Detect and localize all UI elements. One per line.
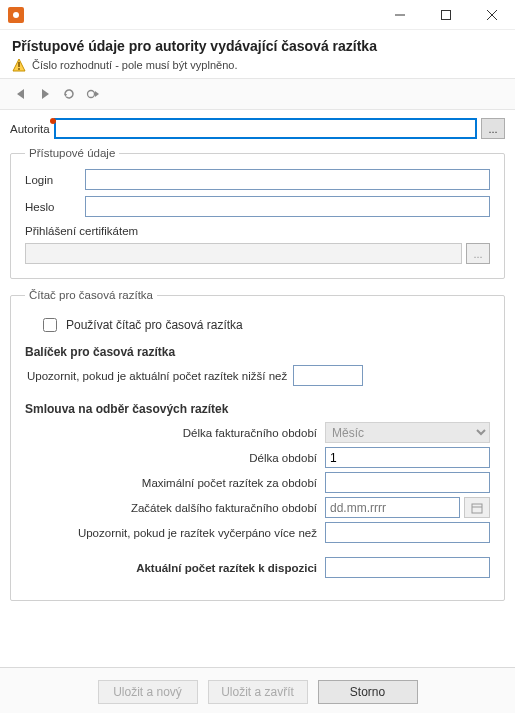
svg-marker-8 bbox=[42, 89, 49, 99]
login-label: Login bbox=[25, 174, 85, 186]
app-icon bbox=[8, 7, 24, 23]
forward-button[interactable] bbox=[34, 83, 56, 105]
password-input[interactable] bbox=[85, 196, 490, 217]
period-length-input[interactable] bbox=[325, 447, 490, 468]
dialog-title: Přístupové údaje pro autority vydávající… bbox=[12, 38, 503, 54]
warning-text: Číslo rozhodnutí - pole musí být vyplněn… bbox=[32, 59, 237, 71]
save-and-close-button[interactable]: Uložit a zavřít bbox=[208, 680, 308, 704]
notify-exhausted-input[interactable] bbox=[325, 522, 490, 543]
cancel-button[interactable]: Storno bbox=[318, 680, 418, 704]
access-credentials-group: Přístupové údaje Login Heslo Přihlášení … bbox=[10, 147, 505, 279]
next-billing-start-input[interactable] bbox=[325, 497, 460, 518]
notify-low-input[interactable] bbox=[293, 365, 363, 386]
current-available-input[interactable] bbox=[325, 557, 490, 578]
period-length-label: Délka období bbox=[27, 452, 317, 464]
minimize-button[interactable] bbox=[377, 0, 423, 30]
refresh-button[interactable] bbox=[58, 83, 80, 105]
billing-period-length-select[interactable]: Měsíc bbox=[325, 422, 490, 443]
use-counter-label: Používat čítač pro časová razítka bbox=[66, 318, 243, 332]
use-counter-checkbox[interactable] bbox=[43, 318, 57, 332]
stamp-counter-group: Čítač pro časová razítka Používat čítač … bbox=[10, 289, 505, 601]
dialog-footer: Uložit a nový Uložit a zavřít Storno bbox=[0, 667, 515, 713]
stamp-counter-legend: Čítač pro časová razítka bbox=[25, 289, 157, 301]
calendar-button[interactable] bbox=[464, 497, 490, 518]
certificate-input[interactable] bbox=[25, 243, 462, 264]
max-stamps-label: Maximální počet razítek za období bbox=[27, 477, 317, 489]
commit-button[interactable] bbox=[82, 83, 104, 105]
svg-rect-1 bbox=[442, 10, 451, 19]
calendar-icon bbox=[471, 502, 483, 514]
close-button[interactable] bbox=[469, 0, 515, 30]
authority-browse-button[interactable]: ... bbox=[481, 118, 505, 139]
notify-exhausted-label: Upozornit, pokud je razítek vyčerpáno ví… bbox=[27, 527, 317, 539]
svg-point-6 bbox=[18, 68, 20, 70]
current-available-label: Aktuální počet razítek k dispozici bbox=[27, 562, 317, 574]
dialog-header: Přístupové údaje pro autority vydávající… bbox=[0, 30, 515, 78]
certificate-browse-button[interactable]: ... bbox=[466, 243, 490, 264]
notify-low-label: Upozornit, pokud je aktuální počet razít… bbox=[27, 370, 287, 382]
max-stamps-input[interactable] bbox=[325, 472, 490, 493]
save-and-new-button[interactable]: Uložit a nový bbox=[98, 680, 198, 704]
package-section-title: Balíček pro časová razítka bbox=[25, 345, 490, 359]
authority-input[interactable] bbox=[54, 118, 477, 139]
maximize-button[interactable] bbox=[423, 0, 469, 30]
svg-rect-12 bbox=[472, 504, 482, 513]
form-content: Autorita ... Přístupové údaje Login Hesl… bbox=[0, 110, 515, 667]
svg-point-10 bbox=[88, 91, 95, 98]
next-billing-start-label: Začátek dalšího fakturačního období bbox=[27, 502, 317, 514]
svg-marker-11 bbox=[95, 91, 99, 97]
contract-section-title: Smlouva na odběr časových razítek bbox=[25, 402, 490, 416]
certificate-login-label: Přihlášení certifikátem bbox=[25, 225, 490, 237]
back-button[interactable] bbox=[10, 83, 32, 105]
title-bar bbox=[0, 0, 515, 30]
svg-marker-7 bbox=[17, 89, 24, 99]
navigation-toolbar bbox=[0, 78, 515, 110]
access-credentials-legend: Přístupové údaje bbox=[25, 147, 119, 159]
authority-label: Autorita bbox=[10, 123, 50, 135]
login-input[interactable] bbox=[85, 169, 490, 190]
billing-period-length-label: Délka fakturačního období bbox=[27, 427, 317, 439]
password-label: Heslo bbox=[25, 201, 85, 213]
warning-icon bbox=[12, 58, 26, 72]
